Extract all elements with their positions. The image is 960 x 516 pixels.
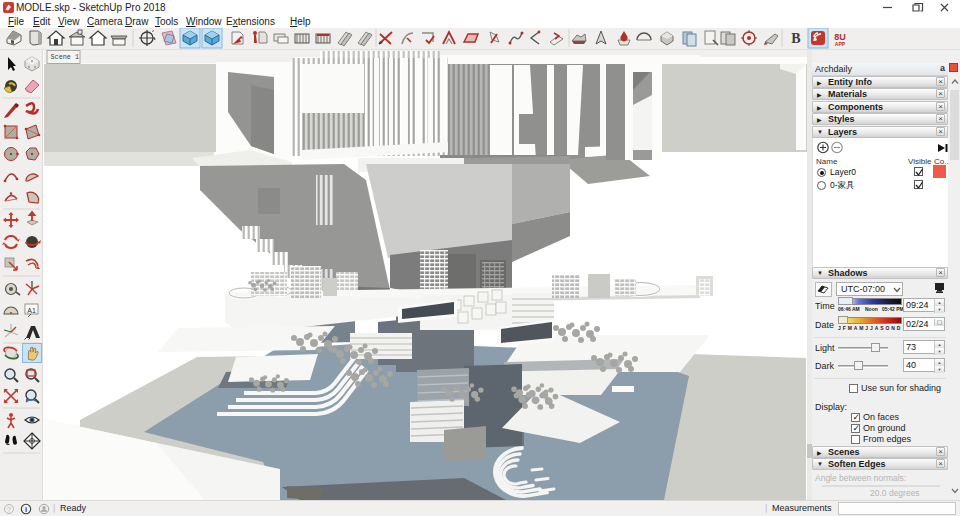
svg-text:Scene 1: Scene 1 bbox=[51, 53, 80, 61]
svg-text:A1: A1 bbox=[27, 307, 36, 314]
svg-text:i: i bbox=[25, 505, 27, 514]
svg-text:?: ? bbox=[7, 506, 11, 513]
svg-text:B: B bbox=[791, 31, 800, 46]
svg-text:APP: APP bbox=[835, 41, 846, 47]
